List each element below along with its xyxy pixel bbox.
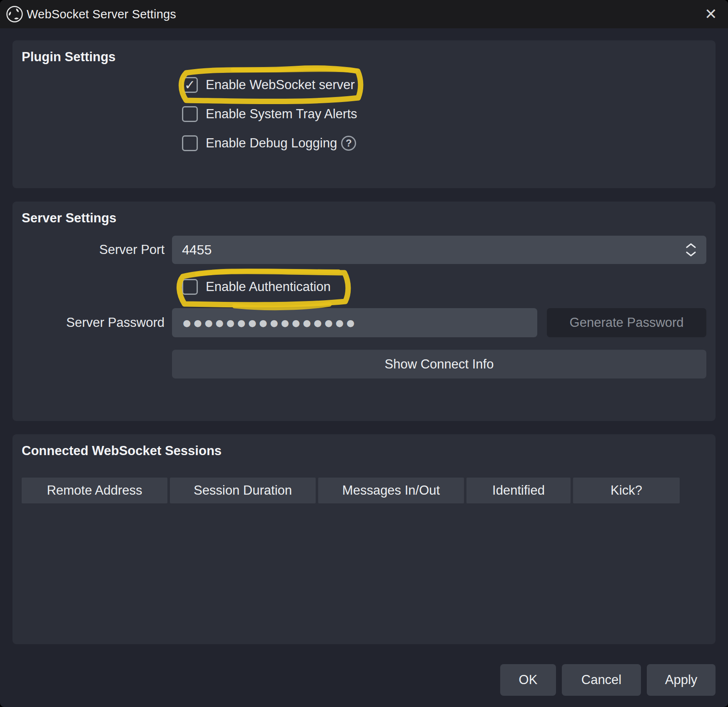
enable-debug-logging-checkbox[interactable] — [182, 135, 198, 151]
spin-up-icon[interactable] — [686, 243, 696, 249]
websocket-settings-dialog: WebSocket Server Settings ✕ Plugin Setti… — [0, 0, 728, 707]
cancel-button[interactable]: Cancel — [562, 664, 641, 696]
ok-button[interactable]: OK — [500, 664, 556, 696]
generate-password-button[interactable]: Generate Password — [547, 308, 706, 337]
close-icon[interactable]: ✕ — [705, 7, 717, 22]
dialog-content: Plugin Settings ✓ Enable WebSocket serve… — [0, 28, 728, 696]
server-port-row: Server Port 4455 — [22, 236, 706, 264]
sessions-table-body — [22, 503, 706, 612]
server-password-input[interactable]: ●●●●●●●●●●●●●●●● — [172, 308, 537, 337]
server-password-masked-value: ●●●●●●●●●●●●●●●● — [183, 318, 357, 328]
column-header-identified[interactable]: Identified — [466, 478, 571, 503]
enable-authentication-row[interactable]: Enable Authentication — [182, 276, 331, 297]
enable-system-tray-alerts-label: Enable System Tray Alerts — [206, 107, 357, 122]
server-port-input[interactable]: 4455 — [172, 236, 706, 264]
titlebar: WebSocket Server Settings ✕ — [0, 0, 728, 28]
plugin-settings-group: Plugin Settings ✓ Enable WebSocket serve… — [12, 40, 716, 188]
column-header-kick[interactable]: Kick? — [573, 478, 680, 503]
server-port-value: 4455 — [182, 242, 686, 258]
column-header-remote-address[interactable]: Remote Address — [22, 478, 167, 503]
obs-logo-icon — [6, 5, 23, 23]
server-port-label: Server Port — [22, 242, 172, 257]
enable-websocket-server-checkbox[interactable]: ✓ — [182, 77, 198, 93]
dialog-footer: OK Cancel Apply — [12, 664, 716, 696]
spin-down-icon[interactable] — [686, 251, 696, 257]
help-icon[interactable]: ? — [341, 136, 356, 151]
server-password-label: Server Password — [22, 315, 172, 330]
show-connect-info-row: Show Connect Info — [22, 350, 706, 378]
enable-websocket-server-row[interactable]: ✓ Enable WebSocket server — [182, 75, 355, 95]
enable-debug-logging-row[interactable]: Enable Debug Logging ? — [182, 133, 356, 154]
column-header-session-duration[interactable]: Session Duration — [170, 478, 316, 503]
sessions-title: Connected WebSocket Sessions — [22, 443, 706, 458]
server-password-row: Server Password ●●●●●●●●●●●●●●●● Generat… — [22, 308, 706, 337]
show-connect-info-button[interactable]: Show Connect Info — [172, 350, 706, 378]
sessions-table-header: Remote Address Session Duration Messages… — [22, 478, 706, 503]
enable-system-tray-alerts-checkbox[interactable] — [182, 106, 198, 122]
column-header-messages-in-out[interactable]: Messages In/Out — [318, 478, 464, 503]
server-settings-group: Server Settings Server Port 4455 — [12, 202, 716, 421]
server-settings-title: Server Settings — [22, 211, 706, 226]
enable-debug-logging-label: Enable Debug Logging — [206, 136, 337, 151]
enable-authentication-label: Enable Authentication — [206, 279, 331, 294]
enable-authentication-checkbox[interactable] — [182, 279, 198, 295]
plugin-settings-title: Plugin Settings — [22, 50, 706, 65]
sessions-group: Connected WebSocket Sessions Remote Addr… — [12, 434, 716, 644]
apply-button[interactable]: Apply — [647, 664, 716, 696]
enable-websocket-server-label: Enable WebSocket server — [206, 77, 355, 92]
enable-system-tray-alerts-row[interactable]: Enable System Tray Alerts — [182, 104, 357, 124]
window-title: WebSocket Server Settings — [27, 7, 176, 21]
check-icon: ✓ — [184, 78, 196, 92]
